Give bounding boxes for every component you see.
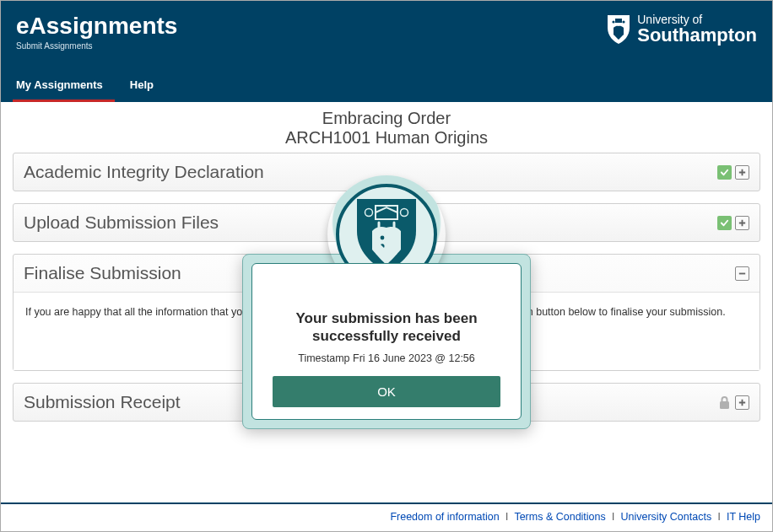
svg-rect-3 (720, 401, 729, 409)
footer-link-ithelp[interactable]: IT Help (727, 511, 760, 523)
expand-icon[interactable] (735, 165, 749, 180)
lock-icon (717, 394, 732, 411)
svg-rect-2 (615, 19, 622, 23)
modal-title: Your submission has been successfully re… (266, 309, 507, 346)
modal-ok-button[interactable]: OK (273, 376, 500, 407)
svg-point-1 (623, 20, 625, 23)
footer-link-foi[interactable]: Freedom of information (390, 511, 499, 523)
nav-help[interactable]: Help (127, 72, 165, 102)
app-header: eAssignments Submit Assignments Universi… (1, 1, 772, 102)
panel-upload-title: Upload Submission Files (24, 212, 219, 233)
panel-finalise-title: Finalise Submission (24, 263, 181, 283)
submission-modal: Your submission has been successfully re… (242, 254, 531, 429)
footer: Freedom of information l Terms & Conditi… (1, 502, 772, 531)
expand-icon[interactable] (735, 216, 749, 230)
check-complete-icon (717, 165, 732, 180)
check-complete-icon (717, 216, 732, 230)
footer-link-terms[interactable]: Terms & Conditions (514, 511, 605, 523)
collapse-icon[interactable] (735, 266, 749, 281)
svg-point-0 (613, 20, 615, 23)
nav-my-assignments[interactable]: My Assignments (13, 72, 115, 102)
main-nav: My Assignments Help (1, 72, 177, 102)
assignment-title: Embracing Order (13, 109, 760, 128)
expand-icon[interactable] (735, 395, 749, 410)
footer-link-contacts[interactable]: University Contacts (621, 511, 712, 523)
university-logo: University of Southampton (605, 13, 757, 45)
logo-text-line2: Southampton (637, 26, 757, 45)
svg-point-7 (381, 236, 385, 240)
panel-receipt-title: Submission Receipt (24, 392, 181, 412)
shield-icon (605, 13, 632, 45)
panel-integrity-title: Academic Integrity Declaration (24, 162, 264, 182)
modal-timestamp: Timestamp Fri 16 June 2023 @ 12:56 (266, 352, 507, 364)
course-title: ARCH1001 Human Origins (13, 128, 760, 148)
